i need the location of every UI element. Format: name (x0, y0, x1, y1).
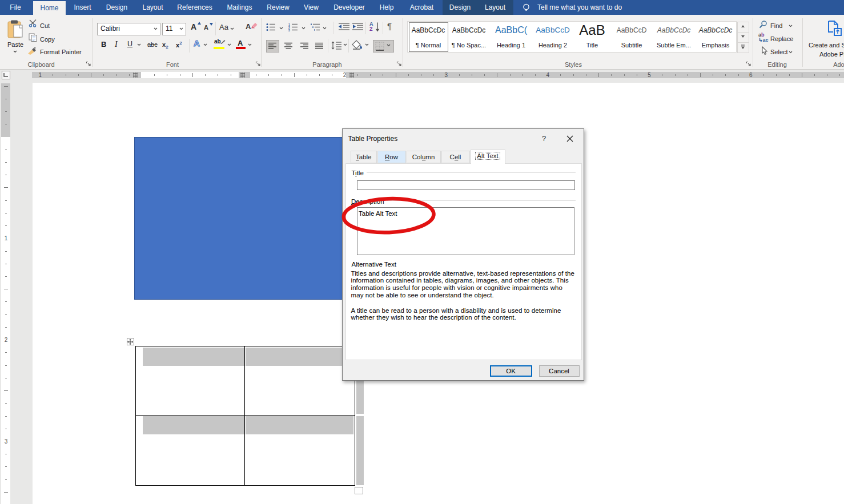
svg-text:3: 3 (288, 29, 290, 32)
